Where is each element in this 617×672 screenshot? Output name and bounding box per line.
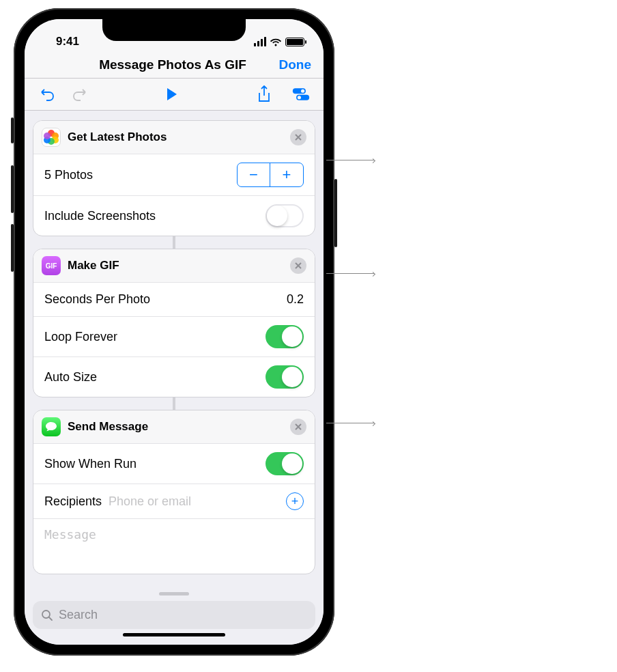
photo-count-stepper[interactable]: − + bbox=[237, 163, 304, 187]
include-screenshots-label: Include Screenshots bbox=[44, 209, 156, 223]
svg-point-3 bbox=[298, 96, 301, 99]
photo-count-row: 5 Photos − + bbox=[33, 154, 315, 196]
svg-point-1 bbox=[301, 89, 304, 93]
bottom-panel: Search bbox=[25, 587, 324, 645]
search-icon bbox=[41, 609, 53, 621]
actions-list[interactable]: Get Latest Photos 5 Photos − + Include S… bbox=[25, 111, 324, 587]
page-title: Message Photos As GIF bbox=[37, 57, 270, 72]
side-button bbox=[334, 179, 337, 247]
action-connector bbox=[33, 397, 315, 410]
status-icons bbox=[243, 37, 304, 46]
delete-action-button[interactable] bbox=[290, 257, 306, 274]
toolbar bbox=[25, 79, 324, 111]
search-placeholder: Search bbox=[59, 608, 98, 622]
add-recipient-button[interactable]: + bbox=[286, 492, 304, 510]
callout-line bbox=[326, 160, 374, 160]
callout-line bbox=[326, 273, 374, 274]
messages-app-icon bbox=[42, 417, 61, 436]
stepper-plus[interactable]: + bbox=[270, 163, 303, 186]
include-screenshots-row: Include Screenshots bbox=[33, 196, 315, 236]
stepper-minus[interactable]: − bbox=[238, 163, 270, 186]
drawer-grabber[interactable] bbox=[159, 592, 189, 596]
svg-line-5 bbox=[49, 617, 52, 620]
photo-count-label: 5 Photos bbox=[44, 168, 93, 182]
side-button bbox=[11, 117, 14, 143]
done-button[interactable]: Done bbox=[270, 57, 311, 72]
play-button[interactable] bbox=[163, 85, 181, 103]
search-bar[interactable]: Search bbox=[33, 601, 315, 629]
delete-action-button[interactable] bbox=[290, 129, 306, 145]
screen: 9:41 Message Photos As GIF Done bbox=[25, 19, 324, 645]
seconds-per-photo-row[interactable]: Seconds Per Photo 0.2 bbox=[33, 283, 315, 317]
loop-forever-row: Loop Forever bbox=[33, 317, 315, 357]
action-header[interactable]: Get Latest Photos bbox=[33, 121, 315, 154]
callout-line bbox=[326, 423, 374, 423]
cellular-icon bbox=[254, 37, 266, 46]
wifi-icon bbox=[270, 38, 282, 46]
show-when-run-row: Show When Run bbox=[33, 444, 315, 484]
show-when-run-toggle[interactable] bbox=[266, 452, 304, 475]
undo-button[interactable] bbox=[38, 85, 56, 103]
side-button bbox=[11, 224, 14, 272]
show-when-run-label: Show When Run bbox=[44, 457, 137, 471]
share-button[interactable] bbox=[255, 85, 273, 103]
auto-size-row: Auto Size bbox=[33, 357, 315, 397]
action-title: Make GIF bbox=[68, 259, 283, 272]
redo-button[interactable] bbox=[71, 85, 89, 103]
include-screenshots-toggle[interactable] bbox=[266, 204, 304, 227]
battery-icon bbox=[285, 38, 304, 46]
gif-icon: GIF bbox=[42, 256, 61, 275]
loop-forever-toggle[interactable] bbox=[266, 325, 304, 348]
loop-label: Loop Forever bbox=[44, 330, 117, 344]
seconds-label: Seconds Per Photo bbox=[44, 292, 150, 307]
notch bbox=[102, 19, 246, 41]
action-title: Get Latest Photos bbox=[68, 130, 283, 144]
action-send-message: Send Message Show When Run Recipients + bbox=[33, 410, 315, 574]
action-connector bbox=[33, 236, 315, 249]
home-indicator[interactable] bbox=[123, 633, 225, 636]
recipients-input[interactable] bbox=[109, 494, 279, 509]
nav-bar: Message Photos As GIF Done bbox=[25, 55, 324, 79]
recipients-row: Recipients + bbox=[33, 484, 315, 519]
action-title: Send Message bbox=[68, 420, 283, 434]
status-time: 9:41 bbox=[44, 35, 91, 48]
action-header[interactable]: Send Message bbox=[33, 410, 315, 444]
svg-point-4 bbox=[42, 611, 50, 618]
action-get-latest-photos: Get Latest Photos 5 Photos − + Include S… bbox=[33, 120, 315, 236]
recipients-label: Recipients bbox=[44, 494, 102, 509]
auto-size-label: Auto Size bbox=[44, 370, 97, 384]
seconds-value: 0.2 bbox=[287, 292, 304, 307]
action-make-gif: GIF Make GIF Seconds Per Photo 0.2 Loop … bbox=[33, 249, 315, 397]
side-button bbox=[11, 165, 14, 213]
phone-frame: 9:41 Message Photos As GIF Done bbox=[14, 8, 334, 656]
message-row bbox=[33, 519, 315, 574]
delete-action-button[interactable] bbox=[290, 419, 306, 435]
settings-toggle-button[interactable] bbox=[292, 85, 310, 103]
action-header[interactable]: GIF Make GIF bbox=[33, 249, 315, 283]
auto-size-toggle[interactable] bbox=[266, 365, 304, 389]
message-input[interactable] bbox=[44, 527, 304, 556]
photos-app-icon bbox=[42, 128, 61, 147]
